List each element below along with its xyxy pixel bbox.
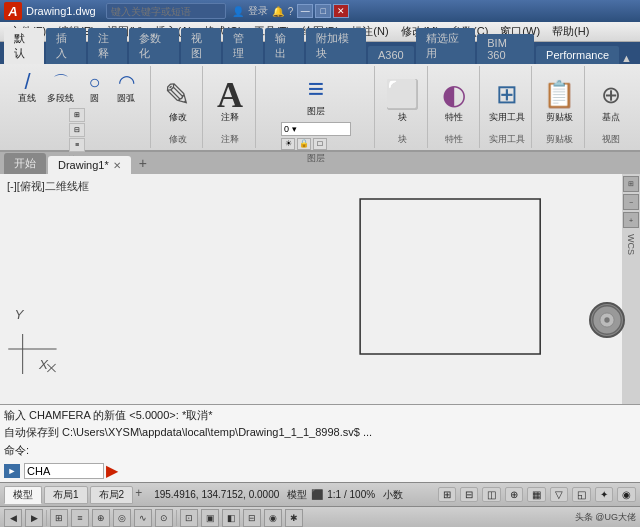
model-space-label: 模型 (287, 488, 307, 502)
block-group-label: 块 (398, 131, 407, 146)
line-icon: / (15, 70, 39, 94)
arc-label: 圆弧 (117, 94, 135, 104)
annotation-group-label: 注释 (221, 131, 239, 146)
tab-a360[interactable]: A360 (368, 46, 414, 64)
layer-btn1[interactable]: ☀ (281, 138, 295, 150)
model-tab[interactable]: 模型 (4, 486, 42, 504)
properties-label: 特性 (445, 113, 463, 123)
properties-button[interactable]: ◐ 特性 (432, 74, 476, 126)
draw-extra-btn2[interactable]: ⊟ (69, 123, 85, 137)
doc-tab-add-button[interactable]: + (133, 152, 153, 174)
status-icon-7[interactable]: ◱ (572, 487, 591, 502)
clipboard-button[interactable]: 📋 剪贴板 (537, 74, 581, 126)
ribbon-group-clipboard: 📋 剪贴板 剪贴板 (534, 66, 584, 148)
block-button[interactable]: ⬜ 块 (380, 74, 424, 126)
doc-tab-drawing1[interactable]: Drawing1* ✕ (48, 156, 131, 174)
draw-polyline-button[interactable]: ⌒ 多段线 (44, 68, 77, 106)
maximize-button[interactable]: □ (315, 4, 331, 18)
command-input-row: ► ▶ (4, 461, 636, 480)
tab-output[interactable]: 输出 (265, 28, 305, 64)
tab-view[interactable]: 视图 (181, 28, 221, 64)
status-icon-9[interactable]: ◉ (617, 487, 636, 502)
layer-btn2[interactable]: 🔒 (297, 138, 311, 150)
status-icon-2[interactable]: ⊟ (460, 487, 478, 502)
close-button[interactable]: ✕ (333, 4, 349, 18)
status-icon-6[interactable]: ▽ (550, 487, 568, 502)
command-input[interactable] (24, 463, 104, 479)
layer-button[interactable]: ≡ 图层 (294, 68, 338, 120)
command-line-2: 自动保存到 C:\Users\XYSM\appdata\local\temp\D… (4, 424, 636, 441)
layer-btn3[interactable]: □ (313, 138, 327, 150)
bottom-btn-10[interactable]: ▣ (201, 509, 219, 527)
bottom-btn-9[interactable]: ⊡ (180, 509, 198, 527)
status-icon-4[interactable]: ⊕ (505, 487, 523, 502)
status-icon-5[interactable]: ▦ (527, 487, 546, 502)
clipboard-label: 剪贴板 (546, 113, 573, 123)
block-label: 块 (398, 113, 407, 123)
bottom-btn-11[interactable]: ◧ (222, 509, 240, 527)
search-input[interactable] (106, 3, 226, 19)
tab-performance[interactable]: Performance (536, 46, 619, 64)
ribbon-collapse-icon[interactable]: ▲ (621, 52, 632, 64)
tab-featured[interactable]: 精选应用 (416, 28, 476, 64)
bottom-btn-1[interactable]: ◀ (4, 509, 22, 527)
bottom-btn-14[interactable]: ✱ (285, 509, 303, 527)
status-icon-3[interactable]: ◫ (482, 487, 501, 502)
ribbon-group-modify: ✎ 修改 修改 (153, 66, 203, 148)
tab-addons[interactable]: 附加模块 (306, 28, 366, 64)
user-label[interactable]: 登录 (248, 4, 268, 18)
doc-tab-start[interactable]: 开始 (4, 153, 46, 174)
command-area: 输入 CHAMFERA 的新值 <5.0000>: *取消* 自动保存到 C:\… (0, 404, 640, 482)
draw-extra-btn1[interactable]: ⊞ (69, 108, 85, 122)
bottom-btn-7[interactable]: ∿ (134, 509, 152, 527)
layout-tabs: 模型 布局1 布局2 + (4, 486, 142, 504)
bottom-btn-2[interactable]: ▶ (25, 509, 43, 527)
viewport-scale: ⬛ (311, 489, 323, 500)
block-icon: ⬜ (384, 77, 420, 113)
bottom-btn-5[interactable]: ⊕ (92, 509, 110, 527)
layer-selector[interactable]: 0 ▾ (281, 122, 351, 136)
menu-help[interactable]: 帮助(H) (546, 22, 595, 41)
bottom-btn-13[interactable]: ◉ (264, 509, 282, 527)
properties-group-label: 特性 (445, 131, 463, 146)
help-icon: ? (288, 6, 294, 17)
basepoint-button[interactable]: ⊕ 基点 (589, 74, 633, 126)
tab-default[interactable]: 默认 (4, 28, 44, 64)
utility-button[interactable]: ⊞ 实用工具 (485, 74, 529, 126)
minimize-button[interactable]: — (297, 4, 313, 18)
annotation-button[interactable]: A 注释 (208, 74, 252, 126)
tab-manage[interactable]: 管理 (223, 28, 263, 64)
view-group-label: 视图 (602, 131, 620, 146)
bottom-btn-6[interactable]: ◎ (113, 509, 131, 527)
title-bar: A Drawing1.dwg 👤 登录 🔔 ? — □ ✕ (0, 0, 640, 22)
layout-add-button[interactable]: + (135, 486, 142, 504)
drawing-canvas: Y X (0, 174, 640, 404)
status-icon-8[interactable]: ✦ (595, 487, 613, 502)
layout2-tab[interactable]: 布局2 (90, 486, 134, 504)
draw-circle-button[interactable]: ○ 圆 (79, 68, 109, 106)
svg-rect-3 (360, 199, 540, 354)
decimal-label: 小数 (383, 488, 403, 502)
bottom-btn-3[interactable]: ⊞ (50, 509, 68, 527)
status-icon-1[interactable]: ⊞ (438, 487, 456, 502)
tab-parametric[interactable]: 参数化 (129, 28, 179, 64)
ribbon-group-draw: / 直线 ⌒ 多段线 ○ 圆 ◠ 圆弧 ⊞ ⊟ ≡ 绘图 (4, 66, 151, 148)
tab-insert[interactable]: 插入 (46, 28, 86, 64)
draw-line-button[interactable]: / 直线 (12, 68, 42, 106)
tab-bim360[interactable]: BIM 360 (477, 34, 534, 64)
bell-icon: 🔔 (272, 6, 284, 17)
tab-annotation[interactable]: 注释 (88, 28, 128, 64)
ribbon-group-block: ⬜ 块 块 (377, 66, 427, 148)
annotation-label: 注释 (221, 113, 239, 123)
status-icons: ⊞ ⊟ ◫ ⊕ ▦ ▽ ◱ ✦ ◉ (438, 487, 636, 502)
bottom-btn-8[interactable]: ⊙ (155, 509, 173, 527)
layout1-tab[interactable]: 布局1 (44, 486, 88, 504)
modify-button[interactable]: ✎ 修改 (156, 74, 200, 126)
clipboard-group-label: 剪贴板 (546, 131, 573, 146)
draw-extra-btn3[interactable]: ≡ (69, 138, 85, 152)
doc-close-icon[interactable]: ✕ (113, 160, 121, 171)
bottom-btn-4[interactable]: ≡ (71, 509, 89, 527)
properties-icon: ◐ (436, 77, 472, 113)
bottom-btn-12[interactable]: ⊟ (243, 509, 261, 527)
draw-arc-button[interactable]: ◠ 圆弧 (111, 68, 141, 106)
